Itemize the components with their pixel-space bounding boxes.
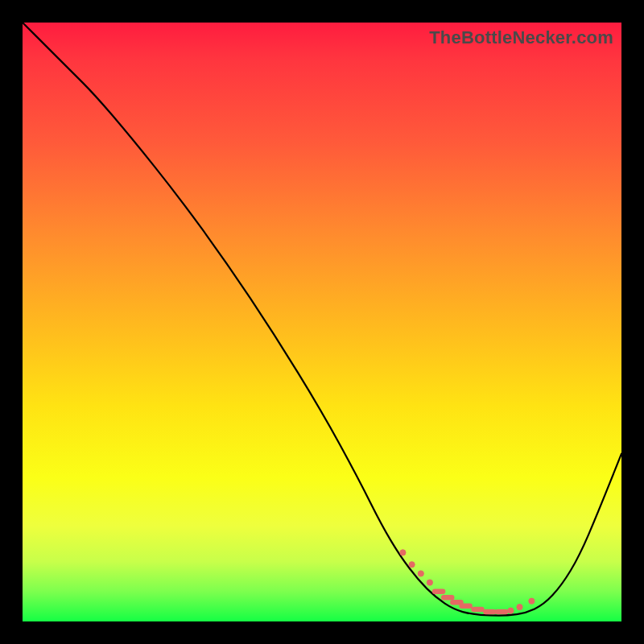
valley-dot [418,571,423,576]
chart-stage: TheBottleNecker.com [0,0,644,644]
valley-dot [517,605,522,610]
plot-area: TheBottleNecker.com [23,23,621,621]
valley-dot [529,598,535,604]
valley-dot [508,608,514,613]
curve-overlay [23,23,621,621]
valley-dot [400,550,406,555]
valley-dot [427,580,432,585]
bottleneck-curve [23,23,621,616]
valley-dot [409,562,415,568]
